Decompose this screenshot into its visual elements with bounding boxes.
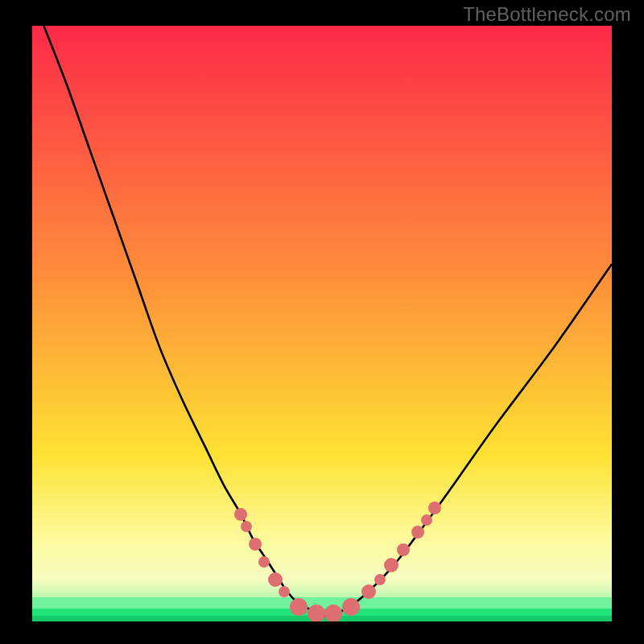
plot-area bbox=[32, 26, 612, 621]
marker-dot bbox=[241, 521, 252, 532]
marker-dot bbox=[342, 598, 360, 616]
marker-dot bbox=[428, 502, 441, 514]
marker-dot bbox=[397, 543, 410, 556]
bottleneck-curve bbox=[32, 26, 612, 621]
marker-dot bbox=[308, 605, 325, 621]
marker-dot bbox=[384, 558, 398, 572]
marker-dot bbox=[324, 605, 342, 621]
marker-dot bbox=[421, 514, 432, 526]
marker-dot bbox=[249, 538, 262, 551]
marker-dot bbox=[374, 574, 386, 585]
marker-dot bbox=[258, 556, 270, 568]
marker-dot bbox=[268, 572, 283, 587]
marker-dot bbox=[361, 584, 376, 599]
marker-dot bbox=[279, 586, 290, 597]
chart-frame: TheBottleneck.com bbox=[0, 0, 644, 644]
marker-dot bbox=[234, 508, 247, 521]
marker-dot bbox=[411, 526, 424, 539]
watermark-text: TheBottleneck.com bbox=[463, 3, 631, 26]
curve-path bbox=[43, 26, 612, 616]
marker-dot bbox=[290, 598, 308, 616]
